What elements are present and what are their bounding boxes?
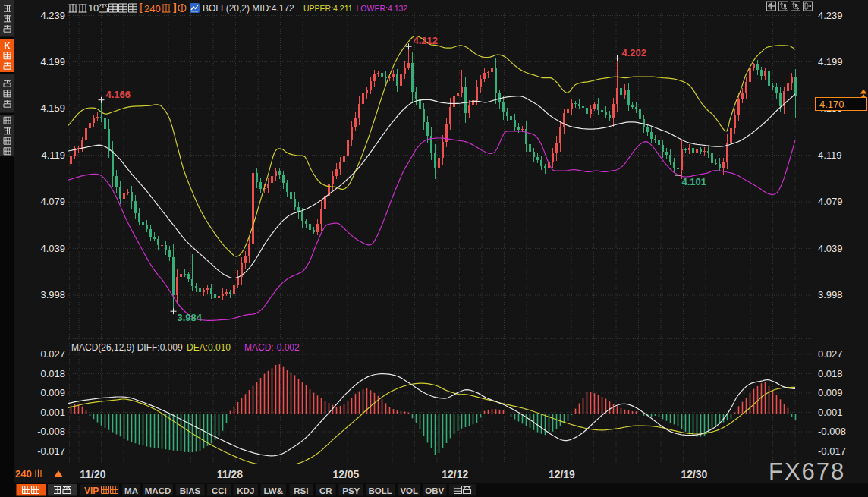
svg-text:12/19: 12/19 bbox=[549, 468, 575, 480]
svg-text:4.079: 4.079 bbox=[40, 196, 65, 207]
svg-text:4.239: 4.239 bbox=[40, 10, 65, 21]
svg-text:-0.008: -0.008 bbox=[818, 426, 846, 437]
svg-text:12/12: 12/12 bbox=[442, 468, 468, 480]
svg-text:CCI: CCI bbox=[212, 486, 227, 495]
svg-text:BIAS: BIAS bbox=[180, 486, 201, 495]
svg-text:K: K bbox=[5, 41, 11, 50]
svg-text:4.212: 4.212 bbox=[414, 35, 439, 46]
svg-text:3.998: 3.998 bbox=[40, 289, 65, 300]
svg-text:3.984: 3.984 bbox=[178, 312, 203, 323]
svg-text:0.027: 0.027 bbox=[818, 348, 843, 360]
svg-text:RSI: RSI bbox=[294, 486, 308, 495]
svg-text:UPPER:4.211: UPPER:4.211 bbox=[303, 4, 353, 13]
svg-text:-0.008: -0.008 bbox=[37, 426, 65, 437]
svg-text:240: 240 bbox=[15, 468, 32, 480]
svg-text:3.998: 3.998 bbox=[818, 289, 843, 300]
svg-text:FX678: FX678 bbox=[769, 458, 845, 485]
svg-text:MA: MA bbox=[124, 486, 138, 495]
svg-text:12/30: 12/30 bbox=[681, 468, 707, 480]
svg-text:0.018: 0.018 bbox=[40, 368, 65, 379]
svg-text:0.018: 0.018 bbox=[818, 368, 843, 379]
svg-text:BOLL: BOLL bbox=[369, 486, 392, 495]
svg-text:VOL: VOL bbox=[400, 486, 418, 495]
svg-text:4.159: 4.159 bbox=[40, 102, 65, 114]
svg-text:11/20: 11/20 bbox=[80, 468, 105, 480]
svg-text:MACD(26,12,9) DIFF:0.009: MACD(26,12,9) DIFF:0.009 bbox=[71, 342, 183, 353]
svg-text:240: 240 bbox=[144, 3, 161, 14]
svg-text:0.009: 0.009 bbox=[818, 387, 843, 398]
svg-text:0.001: 0.001 bbox=[40, 407, 65, 418]
svg-text:CR: CR bbox=[319, 486, 332, 495]
svg-text:LOWER:4.132: LOWER:4.132 bbox=[357, 4, 408, 13]
svg-text:4.119: 4.119 bbox=[41, 149, 65, 161]
svg-text:LW&: LW& bbox=[263, 486, 283, 495]
svg-text:OBV: OBV bbox=[425, 486, 444, 495]
svg-text:VIP: VIP bbox=[84, 486, 99, 496]
svg-text:0.001: 0.001 bbox=[818, 407, 843, 418]
svg-text:-0.017: -0.017 bbox=[37, 445, 65, 457]
svg-text:4.119: 4.119 bbox=[818, 149, 842, 161]
svg-text:-0.017: -0.017 bbox=[818, 445, 846, 457]
svg-text:4.166: 4.166 bbox=[106, 89, 131, 100]
svg-text:12/05: 12/05 bbox=[332, 468, 359, 480]
svg-text:4.202: 4.202 bbox=[622, 47, 647, 58]
svg-text:4.039: 4.039 bbox=[818, 243, 843, 254]
svg-text:KDJ: KDJ bbox=[237, 486, 254, 495]
svg-text:0: 0 bbox=[93, 2, 99, 14]
svg-text:4.199: 4.199 bbox=[818, 56, 843, 68]
svg-text:0.009: 0.009 bbox=[40, 387, 65, 398]
svg-text:4.239: 4.239 bbox=[818, 10, 843, 21]
svg-text:4.101: 4.101 bbox=[682, 176, 707, 187]
svg-text:PSY: PSY bbox=[342, 486, 360, 495]
svg-text:4.079: 4.079 bbox=[818, 196, 843, 207]
svg-text:DEA:0.010: DEA:0.010 bbox=[187, 342, 231, 353]
svg-text:MACD: MACD bbox=[145, 486, 171, 495]
svg-text:MACD:-0.002: MACD:-0.002 bbox=[244, 342, 300, 353]
svg-text:4.199: 4.199 bbox=[40, 56, 65, 68]
svg-text:11/28: 11/28 bbox=[217, 468, 243, 480]
svg-text:BOLL(20,2) MID:4.172: BOLL(20,2) MID:4.172 bbox=[203, 3, 294, 14]
svg-text:0.027: 0.027 bbox=[40, 348, 65, 360]
svg-text:4.039: 4.039 bbox=[40, 243, 65, 254]
svg-text:4.170: 4.170 bbox=[819, 99, 844, 110]
